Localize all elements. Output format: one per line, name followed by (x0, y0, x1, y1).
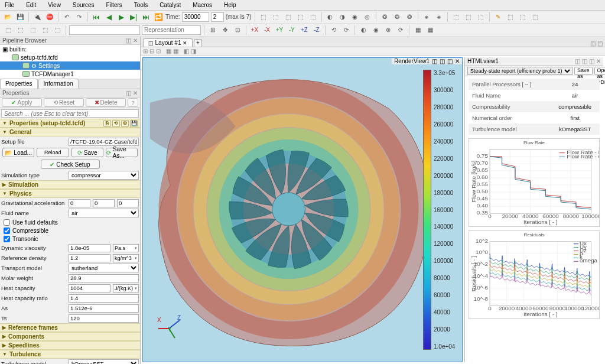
vcr-last-icon[interactable]: ⏭ (141, 12, 151, 22)
ref-den-unit[interactable]: kg/m^3 (113, 254, 139, 262)
tab-properties[interactable]: Properties (0, 79, 38, 89)
report-select[interactable]: Steady-state report (efficiency probe 1) (467, 67, 573, 75)
view-control-icon[interactable]: ◫ (447, 58, 453, 64)
view-tool-icon[interactable]: ◨ (191, 48, 196, 54)
menu-view[interactable]: View (45, 1, 63, 9)
section-simulation[interactable]: ▶Simulation (0, 180, 140, 189)
disconnect-icon[interactable]: ⛔ (44, 12, 55, 22)
tool-icon[interactable]: ⎈ (434, 12, 444, 22)
menu-sources[interactable]: Sources (70, 1, 97, 9)
view-control-icon[interactable]: ◫ (432, 58, 437, 64)
rotate-icon[interactable]: ⟳ (341, 25, 352, 35)
save-button[interactable]: ⟳Save (71, 148, 103, 157)
view-tool-icon[interactable]: ▦ (173, 48, 178, 54)
sim-type-select[interactable]: compressor (69, 171, 139, 180)
tool2-icon[interactable]: ⬚ (15, 25, 25, 35)
tool-icon[interactable]: ❂ (404, 12, 415, 22)
menu-macros[interactable]: Macros (190, 1, 214, 9)
transport-select[interactable]: sutherland (69, 264, 139, 272)
reload-button[interactable]: Reload (37, 148, 69, 157)
save-icon[interactable]: 💾 (15, 12, 25, 22)
tree-row-selected[interactable]: ⚙Settings (0, 61, 140, 70)
axis-icon[interactable]: +Z (299, 25, 310, 35)
open-pdf-button[interactable]: Open as PDF (594, 67, 605, 75)
apply-button[interactable]: ✔Apply (2, 98, 42, 107)
tab-information[interactable]: Information (38, 79, 79, 89)
grav-y-input[interactable] (93, 199, 115, 207)
frame-input[interactable] (211, 12, 224, 22)
menu-catalyst[interactable]: Catalyst (157, 1, 183, 9)
undo-icon[interactable]: ↶ (61, 12, 72, 22)
axis-icon[interactable]: -Y (287, 25, 297, 35)
pipeline-tree[interactable]: ▣builtin: setup-tcfd.tcfd ⚙Settings TCFD… (0, 45, 140, 79)
connect-icon[interactable]: 🔌 (32, 12, 43, 22)
section-components[interactable]: ▶Components (0, 332, 140, 341)
tool2-icon[interactable]: ◐ (358, 25, 369, 35)
vcr-back-icon[interactable]: ◀ (103, 12, 114, 22)
vcr-first-icon[interactable]: ⏮ (91, 12, 102, 22)
view-tool-icon[interactable]: ◧ (184, 48, 189, 54)
tool-icon[interactable]: ⬚ (476, 12, 486, 22)
tool-icon[interactable]: ⬚ (530, 12, 541, 22)
rotate-icon[interactable]: ⟲ (328, 25, 339, 35)
vcr-play-icon[interactable]: ▶ (116, 12, 126, 22)
tool-icon[interactable]: ❂ (379, 12, 390, 22)
tool-icon[interactable]: ⬚ (258, 12, 269, 22)
redo-icon[interactable]: ↷ (74, 12, 84, 22)
tool2-icon[interactable]: ⊕ (383, 25, 393, 35)
layout-tool-icon[interactable]: ◫ (590, 40, 596, 47)
save-pdf-button[interactable]: Save as PDF (574, 67, 593, 75)
setup-file-input[interactable] (69, 138, 139, 146)
advanced-icon[interactable]: ⚙ (121, 120, 129, 127)
vcr-loop-icon[interactable]: 🔁 (153, 12, 164, 22)
view-tool-icon[interactable]: ⊡ (156, 48, 161, 54)
tool-icon[interactable]: ⬚ (518, 12, 528, 22)
reset-icon[interactable]: ⟲ (112, 120, 120, 127)
tool2-icon[interactable]: ⬚ (40, 25, 50, 35)
axis-icon[interactable]: +X (249, 25, 260, 35)
view-tool-icon[interactable]: ⊟ (149, 48, 154, 54)
tool2-icon[interactable]: ▦ (412, 25, 423, 35)
tool-icon[interactable]: ⬚ (505, 12, 516, 22)
molar-input[interactable] (69, 274, 139, 282)
tool-icon[interactable]: ⬚ (451, 12, 461, 22)
view-control-icon[interactable]: ◫ (440, 58, 445, 64)
cpr-input[interactable] (69, 294, 139, 303)
time-input[interactable] (182, 12, 209, 22)
render-view[interactable]: RenderView1 ◫◫◫✕ (142, 57, 463, 362)
reset-button[interactable]: ⟲Reset (44, 98, 84, 107)
check-setup-button[interactable]: ✔Check Setup (41, 160, 100, 169)
view-tool-icon[interactable]: ▦ (166, 48, 171, 54)
tool-icon[interactable]: ⬚ (463, 12, 474, 22)
axis-icon[interactable]: +Y (274, 25, 285, 35)
tool2-icon[interactable]: ⟳ (395, 25, 406, 35)
menu-tools[interactable]: Tools (132, 1, 150, 9)
tool-icon[interactable]: ◑ (337, 12, 348, 22)
undock-icon[interactable]: ◫ (126, 90, 131, 96)
menu-file[interactable]: File (2, 1, 17, 9)
view-control-icon[interactable]: ✕ (596, 58, 601, 64)
tool-icon[interactable]: ⬚ (295, 12, 306, 22)
camera-icon[interactable]: ⊡ (232, 25, 243, 35)
view-tool-icon[interactable]: ⊞ (143, 48, 148, 54)
view-control-icon[interactable]: ✕ (455, 58, 460, 64)
menu-filters[interactable]: Filters (104, 1, 125, 9)
tool2-icon[interactable]: ⬚ (2, 25, 13, 35)
cp-unit[interactable]: J/(kg.K) (113, 284, 139, 292)
undock-icon[interactable]: ◫ (126, 37, 131, 44)
axis-icon[interactable]: -X (262, 25, 272, 35)
menu-edit[interactable]: Edit (24, 1, 38, 9)
tree-row[interactable]: setup-tcfd.tcfd (0, 53, 140, 61)
section-reference-frames[interactable]: ▶Reference frames (0, 323, 140, 332)
tree-row[interactable]: TCFDManager1 (0, 70, 140, 78)
save-icon[interactable]: 💾 (130, 120, 138, 127)
ref-den-input[interactable] (69, 254, 110, 262)
saveas-button[interactable]: ⟳Save As... (106, 148, 138, 157)
dyn-visc-input[interactable] (69, 244, 110, 252)
tool2-icon[interactable]: ▦ (425, 25, 435, 35)
camera-icon[interactable]: ⊞ (207, 25, 218, 35)
tool-icon[interactable]: ✎ (493, 12, 503, 22)
turb-model-select[interactable]: kOmegaSST (69, 359, 139, 364)
grav-z-input[interactable] (117, 199, 139, 207)
copy-icon[interactable]: ⎘ (103, 120, 111, 127)
